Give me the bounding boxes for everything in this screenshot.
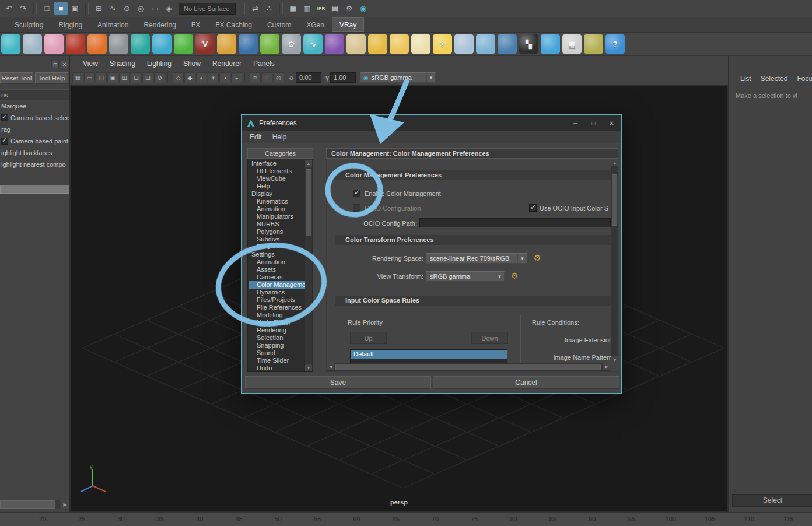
isolate-select-icon[interactable]: ⊘: [154, 72, 165, 83]
select-button[interactable]: Select: [732, 494, 812, 507]
checkbox[interactable]: [1, 138, 8, 145]
select-component-icon[interactable]: ▣: [68, 2, 82, 15]
save-button[interactable]: Save: [245, 376, 431, 389]
shelf-teal-ring-icon[interactable]: [131, 34, 150, 54]
category-display[interactable]: Display: [249, 190, 306, 198]
category-cameras[interactable]: Cameras: [249, 273, 306, 281]
shelf-funnel-icon[interactable]: [368, 34, 387, 54]
shelf-volcano-icon[interactable]: [109, 34, 128, 54]
category-rendering[interactable]: Rendering: [249, 327, 306, 334]
shelf-fluid-icon[interactable]: [1, 34, 20, 54]
category-dynamics[interactable]: Dynamics: [249, 289, 306, 296]
ocio-configuration-checkbox[interactable]: [353, 204, 360, 212]
shelf-tab-fx-caching[interactable]: FX Caching: [208, 17, 260, 32]
scrollbar-thumb[interactable]: [0, 500, 55, 509]
tool-slider[interactable]: [0, 185, 69, 194]
shelf-dome-light-icon[interactable]: [498, 34, 517, 54]
category-font[interactable]: Font: [249, 243, 306, 251]
group-color-transform-preferences[interactable]: Color Transform Preferences: [335, 235, 611, 245]
category-file-references[interactable]: File References: [249, 304, 306, 311]
render-current-frame-icon[interactable]: ▥: [300, 2, 314, 15]
safe-action-icon[interactable]: ⊡: [131, 72, 142, 83]
close-panel-icon[interactable]: ✕: [61, 61, 68, 68]
snap-to-view-plane-icon[interactable]: ▭: [148, 2, 162, 15]
category-color-management[interactable]: Color Management: [249, 281, 306, 289]
category-ui-elements[interactable]: UI Elements: [249, 167, 306, 175]
scroll-up-icon[interactable]: ▲: [305, 160, 312, 167]
content-vscrollbar[interactable]: ▲ ▼: [611, 159, 618, 363]
shelf-sun-icon[interactable]: ☀: [433, 34, 452, 54]
gate-mask-icon[interactable]: ▣: [107, 72, 118, 83]
category-assets[interactable]: Assets: [249, 266, 306, 273]
scroll-right-icon[interactable]: ▶: [603, 363, 610, 370]
scroll-up-icon[interactable]: ▲: [611, 159, 618, 166]
category-animation[interactable]: Animation: [249, 258, 306, 266]
view-transform-gear-icon[interactable]: ⚙: [509, 271, 520, 281]
category-manipulators[interactable]: Manipulators: [249, 213, 306, 220]
make-live-icon[interactable]: ◈: [162, 2, 176, 15]
menu-list[interactable]: List: [740, 75, 751, 83]
shelf-purple-sphere-icon[interactable]: [325, 34, 344, 54]
shelf-cone-icon[interactable]: [411, 34, 430, 54]
select-hierarchy-icon[interactable]: □: [40, 2, 54, 15]
menu-focus[interactable]: Focus: [797, 75, 812, 83]
shelf-graph-icon[interactable]: [174, 34, 193, 54]
shelf-tab-animation[interactable]: Animation: [90, 17, 136, 32]
shelf-tab-xgen[interactable]: XGen: [299, 17, 332, 32]
shelf-table-icon[interactable]: ▦: [562, 34, 582, 54]
shelf-gears-icon[interactable]: ⚙: [282, 34, 301, 54]
close-icon[interactable]: ✕: [603, 115, 621, 131]
shelf-blocks-icon[interactable]: [217, 34, 236, 54]
shelf-light-panel-icon[interactable]: [454, 34, 474, 54]
snap-to-grid-icon[interactable]: ⊞: [92, 2, 106, 15]
undo-icon[interactable]: ↶: [2, 2, 16, 15]
scroll-down-icon[interactable]: ▼: [611, 356, 618, 363]
rule-up-button[interactable]: Up: [350, 332, 387, 344]
shelf-image-icon[interactable]: [541, 34, 560, 54]
content-hscrollbar[interactable]: ◀ ▶: [327, 363, 610, 371]
select-object-icon[interactable]: ■: [54, 2, 68, 15]
category-viewcube[interactable]: ViewCube: [249, 175, 306, 183]
textured-icon[interactable]: ◐: [196, 72, 207, 83]
ocio-config-path-field[interactable]: [419, 218, 611, 227]
rule-down-button[interactable]: Down: [471, 332, 508, 344]
shadows-icon[interactable]: ◑: [219, 72, 230, 83]
shelf-tab-sculpting[interactable]: Sculpting: [7, 17, 51, 32]
category-modeling[interactable]: Modeling: [249, 311, 306, 319]
shelf-tab-rendering[interactable]: Rendering: [136, 17, 183, 32]
snap-to-point-icon[interactable]: ⊙: [120, 2, 134, 15]
enable-color-management-checkbox[interactable]: [353, 190, 360, 197]
category-animation[interactable]: Animation: [249, 205, 306, 213]
resolution-gate-icon[interactable]: ◫: [96, 72, 107, 83]
minimize-icon[interactable]: ─: [566, 115, 584, 131]
scroll-left-icon[interactable]: ◀: [327, 363, 334, 370]
rendering-space-dropdown[interactable]: scene-linear Rec 709/sRGB ▾: [426, 253, 527, 264]
shelf-tab-rigging[interactable]: Rigging: [51, 17, 90, 32]
tool-option-ns[interactable]: ns: [0, 89, 69, 100]
category-settings[interactable]: Settings: [249, 251, 306, 258]
exposure-field[interactable]: 0.00: [296, 72, 321, 83]
shelf-red-sphere-icon[interactable]: [66, 34, 85, 54]
reset-tool-button[interactable]: Reset Tool: [0, 72, 33, 84]
category-nurbs[interactable]: NURBS: [249, 220, 306, 228]
redo-icon[interactable]: ↷: [16, 2, 30, 15]
category-help[interactable]: Help: [249, 183, 306, 190]
grid-toggle-icon[interactable]: ▦: [72, 72, 83, 83]
snap-to-projected-center-icon[interactable]: ◎: [134, 2, 148, 15]
scrollbar-thumb[interactable]: [306, 169, 312, 236]
shelf-globe-icon[interactable]: [239, 34, 258, 54]
shelf-curve-icon[interactable]: ∿: [303, 34, 323, 54]
category-subdivs[interactable]: Subdivs: [249, 236, 306, 243]
group-input-color-space-rules[interactable]: Input Color Space Rules: [335, 296, 611, 306]
category-selection[interactable]: Selection: [249, 334, 306, 342]
render-sequence-icon[interactable]: ▤: [328, 2, 342, 15]
shelf-camera-icon[interactable]: [584, 34, 603, 54]
light-editor-icon[interactable]: ◉: [356, 2, 370, 15]
tool-panel-scrollbar[interactable]: ▶: [0, 500, 69, 509]
gamma-field[interactable]: 1.00: [330, 72, 356, 83]
help-menu[interactable]: Help: [267, 133, 292, 141]
use-ocio-input-checkbox[interactable]: [529, 204, 537, 212]
occlusion-icon[interactable]: ◒: [231, 72, 242, 83]
shelf-droplet-icon[interactable]: [152, 34, 172, 54]
category-node-editor[interactable]: Node Editor: [249, 319, 306, 327]
